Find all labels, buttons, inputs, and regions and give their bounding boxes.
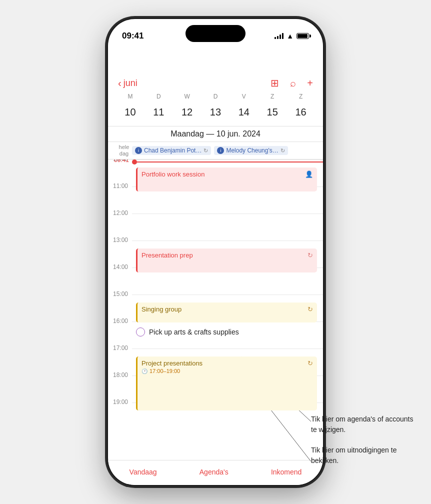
nav-actions: ⊞ ⌕ + — [270, 77, 313, 89]
app-content: ‹ juni ⊞ ⌕ + M D W D V Z Z — [108, 46, 323, 485]
label-w: W — [173, 93, 202, 100]
annotation-agendas-text: Tik hier om agenda's of accounts te wijz… — [311, 414, 421, 435]
bar4 — [282, 33, 284, 39]
allday-event-icon-chad: i — [135, 147, 142, 154]
slot-12: 12:00 — [108, 214, 323, 240]
tab-today[interactable]: Vandaag — [130, 468, 157, 476]
event-singing[interactable]: Singing group ↻ — [136, 302, 317, 322]
event-presentation-title: Presentation prep — [142, 252, 193, 259]
day-10[interactable]: 10 — [116, 102, 144, 122]
status-time: 09:41 — [122, 31, 144, 41]
event-project-time-label: 17:00–19:00 — [150, 368, 180, 374]
time-label-12: 12:00 — [108, 210, 132, 240]
day-13[interactable]: 13 — [202, 102, 230, 122]
label-m: M — [116, 93, 144, 100]
event-project-sync-icon: ↻ — [308, 360, 313, 367]
dynamic-island — [186, 25, 246, 42]
add-event-icon[interactable]: + — [307, 78, 313, 89]
event-singing-title: Singing group — [142, 306, 182, 313]
event-presentation-sync-icon: ↻ — [308, 252, 313, 259]
sync-icon-melody: ↻ — [280, 148, 285, 154]
back-button[interactable]: ‹ juni — [118, 78, 138, 89]
allday-event-label-chad: Chad Benjamin Pot… — [144, 147, 202, 154]
time-label-14: 14:00 — [108, 264, 132, 294]
date-header: Maandag — 10 jun. 2024 — [108, 126, 323, 142]
day-16[interactable]: 16 — [286, 102, 315, 122]
allday-row: heledag i Chad Benjamin Pot… ↻ i Melody … — [108, 142, 323, 160]
signal-bars-icon — [274, 33, 284, 39]
sync-icon-chad: ↻ — [204, 148, 208, 154]
label-d1: D — [144, 93, 173, 100]
allday-events: i Chad Benjamin Pot… ↻ i Melody Cheung's… — [132, 146, 315, 155]
allday-event-label-melody: Melody Cheung's… — [226, 147, 278, 154]
wifi-icon: ▲ — [286, 32, 294, 40]
time-line-12 — [132, 214, 323, 240]
reminder-circle-icon — [136, 328, 145, 336]
annotation-incoming-text: Tik hier om uitnodigingen te bekijken. — [311, 445, 421, 466]
time-label-13: 13:00 — [108, 236, 132, 268]
allday-event-icon-melody: i — [217, 147, 224, 154]
event-project-title: Project presentations — [142, 360, 313, 367]
bar3 — [280, 34, 281, 39]
day-11[interactable]: 11 — [144, 102, 173, 122]
label-v: V — [230, 93, 258, 100]
event-project[interactable]: Project presentations 🕐 17:00–19:00 ↻ — [136, 356, 317, 410]
calendar-grid-icon[interactable]: ⊞ — [270, 77, 279, 89]
day-15[interactable]: 15 — [258, 102, 286, 122]
time-grid: 09:41 10:00 Portfolio work session 👤 — [108, 160, 323, 430]
week-day-numbers: 10 11 12 13 14 15 16 — [108, 102, 323, 122]
reminder-pickup[interactable]: Pick up arts & crafts supplies — [133, 324, 317, 340]
reminder-pickup-text: Pick up arts & crafts supplies — [149, 328, 239, 336]
allday-label: heledag — [116, 144, 132, 157]
search-icon[interactable]: ⌕ — [290, 78, 296, 89]
current-time-indicator: 09:41 — [108, 160, 323, 164]
allday-event-chad[interactable]: i Chad Benjamin Pot… ↻ — [132, 146, 211, 155]
label-z1: Z — [258, 93, 286, 100]
label-z2: Z — [286, 93, 315, 100]
allday-event-melody[interactable]: i Melody Cheung's… ↻ — [214, 146, 288, 155]
phone-frame: 09:41 ▲ ‹ juni — [108, 19, 323, 485]
nav-header: ‹ juni ⊞ ⌕ + — [108, 73, 323, 93]
time-label-18: 18:00 — [108, 372, 132, 402]
event-portfolio[interactable]: Portfolio work session 👤 — [136, 168, 317, 192]
current-time-line — [137, 162, 323, 162]
event-presentation[interactable]: Presentation prep ↻ — [136, 248, 317, 272]
event-project-time: 🕐 17:00–19:00 — [142, 368, 313, 374]
annotation-lines — [211, 422, 311, 482]
current-time-label: 09:41 — [108, 160, 132, 164]
day-12[interactable]: 12 — [173, 102, 202, 122]
bar2 — [277, 36, 278, 39]
time-label-11: 11:00 — [108, 182, 132, 214]
bar1 — [274, 37, 276, 39]
battery-icon — [296, 33, 309, 39]
event-singing-sync-icon: ↻ — [308, 306, 313, 313]
time-label-19: 19:00 — [108, 398, 132, 430]
label-d2: D — [202, 93, 230, 100]
back-month-label: juni — [124, 78, 138, 88]
status-icons: ▲ — [274, 32, 309, 40]
chevron-left-icon: ‹ — [118, 78, 122, 89]
day-14[interactable]: 14 — [230, 102, 258, 122]
clock-icon: 🕐 — [142, 368, 148, 374]
event-portfolio-title: Portfolio work session — [142, 170, 204, 178]
time-label-15: 15:00 — [108, 290, 132, 322]
current-time-dot — [132, 160, 137, 164]
week-day-labels: M D W D V Z Z — [108, 93, 323, 100]
time-label-17: 17:00 — [108, 344, 132, 376]
annotation-agendas: Tik hier om agenda's of accounts te wijz… — [311, 414, 421, 466]
event-portfolio-people-icon: 👤 — [305, 170, 313, 178]
time-label-16: 16:00 — [108, 318, 132, 348]
